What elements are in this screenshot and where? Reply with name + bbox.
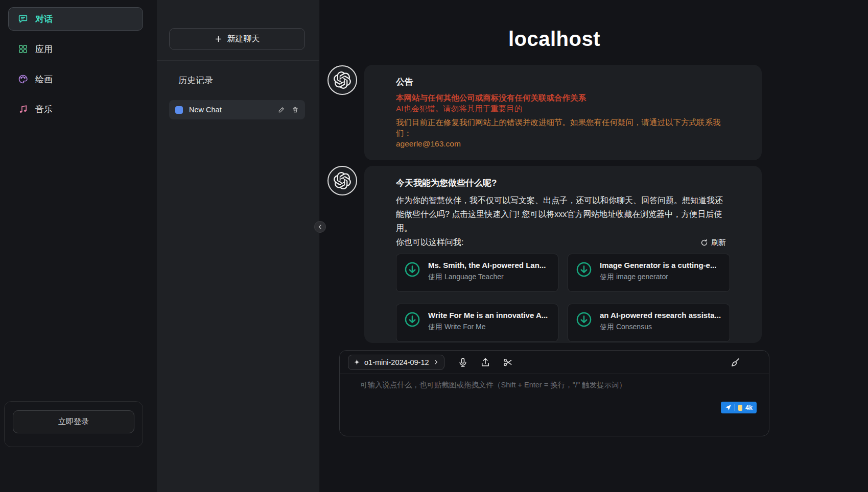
plus-icon: [215, 35, 222, 43]
panel-divider: [157, 60, 319, 61]
model-selector[interactable]: o1-mini-2024-09-12: [348, 355, 444, 370]
message-input[interactable]: [360, 380, 749, 417]
suggestion-card[interactable]: Image Generator is a cutting-e... 使用 ima…: [568, 254, 730, 292]
model-name: o1-mini-2024-09-12: [364, 358, 429, 366]
chevron-right-icon: [433, 358, 439, 366]
send-button[interactable]: 4k: [721, 402, 757, 413]
music-icon: [18, 104, 28, 114]
apps-icon: [18, 44, 28, 54]
circle-arrow-down-icon: [404, 261, 421, 278]
announcement-line: 本网站与任何其他公司或商标没有任何关联或合作关系: [396, 92, 730, 103]
sidebar-item-apps[interactable]: 应用: [8, 37, 143, 61]
circle-arrow-down-icon: [575, 311, 593, 328]
suggestion-title: Image Generator is a cutting-e...: [600, 261, 716, 269]
suggestion-title: Write For Me is an innovative A...: [428, 311, 548, 319]
welcome-body: 作为你的智慧伙伴，我不仅可以写文案、出点子，还可以和你聊天、回答问题。想知道我还…: [396, 193, 730, 235]
suggestion-subtitle: 使用 Consensus: [600, 323, 721, 332]
openai-logo-icon: [334, 172, 351, 189]
edit-icon[interactable]: [278, 106, 285, 113]
suggestion-grid: Ms. Smith, the AI-powered Lan... 使用 Lang…: [396, 254, 730, 342]
chat-list-item[interactable]: New Chat: [169, 100, 305, 119]
suggestion-card[interactable]: Write For Me is an innovative A... 使用 Wr…: [396, 304, 558, 342]
mic-icon[interactable]: [458, 357, 468, 367]
circle-arrow-down-icon: [575, 261, 593, 278]
upload-icon[interactable]: [480, 357, 490, 367]
scissors-icon[interactable]: [503, 357, 513, 367]
sidebar-item-label: 应用: [35, 43, 53, 55]
sidebar-item-label: 绘画: [35, 73, 53, 85]
login-button[interactable]: 立即登录: [13, 410, 134, 433]
chevron-left-icon: [317, 224, 323, 230]
sidebar-item-label: 音乐: [35, 104, 53, 115]
refresh-button[interactable]: 刷新: [700, 238, 726, 248]
suggestion-subtitle: 使用 Language Teacher: [428, 273, 546, 282]
token-icon: [738, 405, 742, 411]
chat-list-panel: 新建聊天 历史记录 New Chat: [157, 0, 319, 492]
sidebar-item-chat[interactable]: 对话: [8, 7, 143, 31]
sidebar-item-drawing[interactable]: 绘画: [8, 67, 143, 91]
announcement-line: 我们目前正在修复我们网站上的错误并改进细节。如果您有任何疑问，请通过以下方式联系…: [396, 117, 730, 138]
new-chat-label: 新建聊天: [227, 34, 260, 44]
suggestion-subtitle: 使用 Write For Me: [428, 323, 548, 332]
bot-avatar: [327, 166, 357, 195]
openai-logo-icon: [334, 71, 351, 89]
sidebar-item-music[interactable]: 音乐: [8, 97, 143, 121]
suggestion-subtitle: 使用 image generator: [600, 273, 716, 282]
bot-avatar: [327, 65, 357, 95]
refresh-icon: [700, 239, 708, 247]
sidebar-item-label: 对话: [35, 13, 53, 25]
announcement-message: 公告 本网站与任何其他公司或商标没有任何关联或合作关系 AI也会犯错。请勿将其用…: [364, 65, 762, 160]
badge-divider: [735, 404, 735, 411]
chat-icon: [18, 14, 28, 24]
composer: o1-mini-2024-09-12 4k: [339, 350, 769, 436]
login-panel: 立即登录: [4, 401, 143, 447]
announcement-contact-email[interactable]: ageerle@163.com: [396, 138, 730, 149]
sparkle-icon: [354, 359, 360, 365]
chat-item-avatar: [175, 106, 183, 114]
broom-icon: [730, 357, 740, 367]
delete-icon[interactable]: [292, 106, 299, 113]
announcement-line: AI也会犯错。请勿将其用于重要目的: [396, 103, 730, 114]
sidebar: 对话 应用 绘画 音乐 立即登录: [0, 0, 157, 492]
welcome-message: 今天我能为您做些什么呢? 作为你的智慧伙伴，我不仅可以写文案、出点子，还可以和你…: [364, 166, 762, 343]
announcement-heading: 公告: [396, 76, 730, 88]
clear-context-button[interactable]: [730, 357, 740, 367]
page-title: localhost: [339, 28, 769, 51]
ask-hint: 你也可以这样问我:: [396, 237, 463, 248]
refresh-label: 刷新: [711, 238, 726, 248]
collapse-sidebar-button[interactable]: [314, 221, 326, 233]
suggestion-title: Ms. Smith, the AI-powered Lan...: [428, 261, 546, 269]
suggestion-title: an AI-powered research assista...: [600, 311, 721, 319]
suggestion-card[interactable]: Ms. Smith, the AI-powered Lan... 使用 Lang…: [396, 254, 558, 292]
welcome-heading: 今天我能为您做些什么呢?: [396, 177, 730, 189]
palette-icon: [18, 74, 28, 84]
new-chat-button[interactable]: 新建聊天: [169, 28, 305, 50]
token-count: 4k: [745, 404, 753, 411]
circle-arrow-down-icon: [404, 311, 421, 328]
chat-item-title: New Chat: [189, 106, 278, 114]
suggestion-card[interactable]: an AI-powered research assista... 使用 Con…: [568, 304, 730, 342]
send-icon: [725, 404, 732, 411]
history-title: 历史记录: [178, 75, 213, 86]
